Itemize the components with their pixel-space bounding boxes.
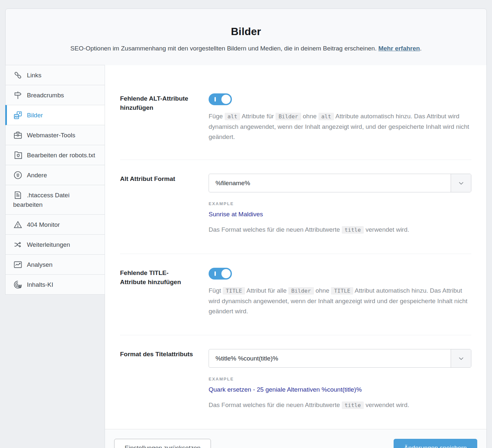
settings-page: Bilder SEO-Optionen im Zusammenhang mit … — [0, 0, 492, 448]
sidebar-item-links[interactable]: Links — [5, 65, 105, 85]
sidebar-item-label: 404 Monitor — [27, 221, 60, 228]
settings-footer: Einstellungen zurücksetzen Änderungen sp… — [105, 429, 486, 448]
alt-format-example: EXAMPLE Sunrise at Maldives Das Format w… — [209, 201, 471, 235]
title-format-example: EXAMPLE Quark ersetzen - 25 geniale Alte… — [209, 377, 471, 410]
shuffle-icon — [13, 240, 23, 249]
sidebar-item-analysen[interactable]: Analysen — [5, 254, 105, 275]
subtitle-text: SEO-Optionen im Zusammenhang mit den vor… — [71, 45, 377, 52]
sidebar-item-label: Weiterleitungen — [27, 241, 70, 248]
title-format-dropdown-button[interactable] — [451, 349, 471, 367]
title-format-description: Das Format welches für die neuen Attribu… — [209, 400, 471, 410]
alt-toggle-description: Füge alt Attribute für Bilder ohne alt A… — [209, 111, 471, 142]
learn-more-link[interactable]: Mehr erfahren — [378, 45, 420, 52]
title-toggle-description: Fügt TITLE Attribut für alle Bilder ohne… — [209, 285, 471, 316]
sidebar-item-label: Analysen — [27, 261, 52, 268]
sidebar-item-label: Links — [27, 72, 41, 79]
subtitle-period: . — [420, 45, 421, 52]
sidebar-item-404-monitor[interactable]: 404 Monitor — [5, 214, 105, 235]
title-format-example-link[interactable]: Quark ersetzen - 25 geniale Alternativen… — [209, 386, 362, 393]
warning-triangle-icon — [13, 220, 23, 229]
sidebar-item-robots-txt[interactable]: Bearbeiten der robots.txt — [5, 145, 105, 165]
sidebar-item-andere[interactable]: Andere — [5, 165, 105, 185]
toolbox-icon — [13, 130, 23, 140]
sidebar-item-label: Andere — [27, 172, 47, 179]
sidebar-item-inhalts-ki[interactable]: Inhalts-KI — [5, 274, 105, 295]
title-attribute-toggle[interactable] — [209, 268, 232, 280]
setting-row-title-toggle: Fehlende TITLE-Attribute hinzufügen Fügt… — [120, 254, 471, 335]
sidebar-item-weiterleitungen[interactable]: Weiterleitungen — [5, 234, 105, 255]
save-changes-button[interactable]: Änderungen speichern — [394, 439, 477, 448]
alt-format-dropdown-button[interactable] — [451, 174, 471, 192]
sidebar-item-bilder[interactable]: Bilder — [5, 105, 105, 125]
setting-row-alt-toggle: Fehlende ALT-Attribute hinzufügen Füge a… — [120, 65, 471, 160]
title-format-label: Format des Titelattributs — [120, 349, 194, 417]
sidebar-item-htaccess[interactable]: .htaccess Datei bearbeiten — [5, 185, 105, 215]
example-label: EXAMPLE — [209, 377, 471, 381]
sidebar-item-label: Bearbeiten der robots.txt — [27, 152, 95, 159]
toggle-knob — [221, 95, 231, 104]
reset-settings-button[interactable]: Einstellungen zurücksetzen — [114, 439, 211, 448]
sidebar-item-webmaster-tools[interactable]: Webmaster-Tools — [5, 125, 105, 145]
images-icon — [13, 110, 23, 120]
alt-format-input-group — [209, 174, 471, 192]
toggle-on-indicator — [215, 271, 216, 276]
settings-content: Fehlende ALT-Attribute hinzufügen Füge a… — [105, 65, 487, 448]
content-ai-icon — [13, 280, 23, 289]
example-label: EXAMPLE — [209, 201, 471, 206]
page-title: Bilder — [231, 26, 261, 38]
alt-toggle-label: Fehlende ALT-Attribute hinzufügen — [120, 93, 194, 148]
page-subtitle: SEO-Optionen im Zusammenhang mit den vor… — [71, 45, 422, 52]
alt-attribute-toggle[interactable] — [209, 93, 232, 105]
title-format-input-group — [209, 349, 471, 368]
sidebar-item-label: Webmaster-Tools — [27, 132, 75, 139]
signpost-icon — [13, 90, 23, 100]
chevron-down-icon — [458, 355, 465, 362]
toggle-on-indicator — [215, 97, 216, 102]
circle-list-icon — [13, 170, 23, 180]
sidebar-item-label: Breadcrumbs — [27, 92, 64, 99]
sidebar-item-breadcrumbs[interactable]: Breadcrumbs — [5, 85, 105, 105]
sidebar-item-label: Inhalts-KI — [27, 281, 53, 288]
alt-format-label: Alt Attribut Format — [120, 174, 194, 241]
setting-row-alt-format: Alt Attribut Format EXAMPLE Sunrise at M… — [120, 160, 471, 254]
chevron-down-icon — [458, 180, 465, 187]
page-header: Bilder SEO-Optionen im Zusammenhang mit … — [5, 9, 487, 66]
setting-row-title-format: Format des Titelattributs EXAMPLE Quark … — [120, 335, 471, 429]
toggle-knob — [221, 269, 231, 278]
sidebar-item-label: Bilder — [27, 112, 43, 119]
document-icon — [13, 190, 23, 200]
title-format-input[interactable] — [209, 349, 451, 367]
chain-link-icon — [13, 70, 23, 80]
title-toggle-label: Fehlende TITLE-Attribute hinzufügen — [120, 268, 194, 322]
alt-format-example-link[interactable]: Sunrise at Maldives — [209, 211, 263, 218]
robots-file-icon — [13, 150, 23, 160]
alt-format-description: Das Format welches für die neuen Attribu… — [209, 224, 471, 235]
settings-sidebar: Links Breadcrumbs Bilder We — [5, 65, 105, 295]
line-chart-icon — [13, 260, 23, 269]
alt-format-input[interactable] — [209, 174, 451, 192]
